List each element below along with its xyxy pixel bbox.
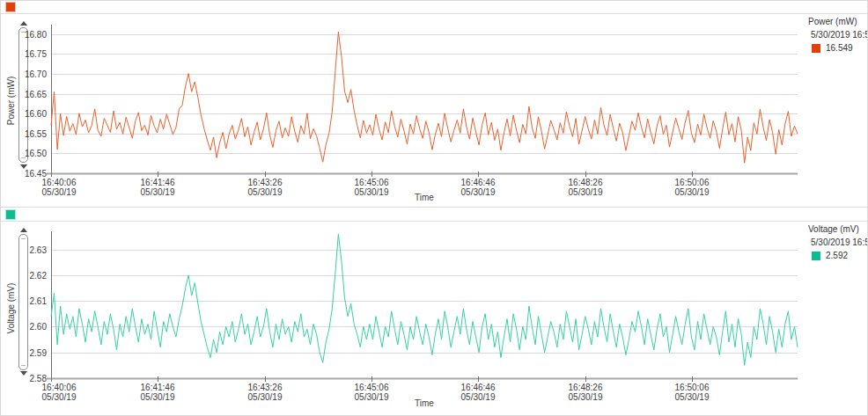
plot-area[interactable] [1, 1, 868, 207]
x-tick-label: 16:45:0605/30/19 [343, 383, 400, 402]
voltage-series-line[interactable] [51, 234, 798, 366]
x-tick-label: 16:48:2605/30/19 [557, 383, 614, 402]
power-series-line[interactable] [51, 32, 798, 163]
y-tick-label: 2.62 [11, 271, 47, 281]
y-tick-label: 16.55 [11, 129, 47, 139]
power-chart-panel: Power (mW) Time Power (mW) 5/30/2019 16:… [1, 1, 868, 208]
y-tick-label: 2.58 [11, 374, 47, 383]
x-tick-label: 16:41:4605/30/19 [129, 178, 186, 197]
x-tick-label: 16:50:0605/30/19 [664, 178, 720, 197]
x-tick-label: 16:40:0605/30/19 [31, 383, 87, 402]
x-tick-label: 16:48:2605/30/19 [557, 178, 614, 197]
x-tick-label: 16:43:2605/30/19 [237, 383, 293, 402]
y-tick-label: 16.45 [11, 169, 47, 179]
x-tick-label: 16:40:0605/30/19 [31, 178, 87, 197]
chart-viewer-page: Power (mW) Time Power (mW) 5/30/2019 16:… [0, 0, 868, 416]
y-tick-label: 2.61 [11, 296, 47, 306]
y-tick-label: 16.80 [11, 30, 47, 40]
voltage-chart-panel: Voltage (mV) Time Voltage (mV) 5/30/2019… [1, 208, 868, 416]
y-tick-label: 16.75 [11, 49, 47, 59]
y-tick-label: 16.60 [11, 109, 47, 119]
x-tick-label: 16:46:4605/30/19 [450, 383, 506, 402]
y-tick-label: 2.63 [11, 245, 47, 255]
x-tick-label: 16:41:4605/30/19 [129, 383, 186, 402]
x-tick-label: 16:50:0605/30/19 [664, 383, 720, 402]
y-tick-label: 16.70 [11, 69, 47, 79]
x-tick-label: 16:46:4605/30/19 [450, 178, 506, 197]
y-tick-label: 16.50 [11, 149, 47, 158]
y-tick-label: 16.65 [11, 90, 47, 99]
x-tick-label: 16:43:2605/30/19 [237, 178, 293, 197]
y-tick-label: 2.60 [11, 322, 47, 332]
y-tick-label: 2.59 [11, 348, 47, 358]
x-tick-label: 16:45:0605/30/19 [343, 178, 400, 197]
